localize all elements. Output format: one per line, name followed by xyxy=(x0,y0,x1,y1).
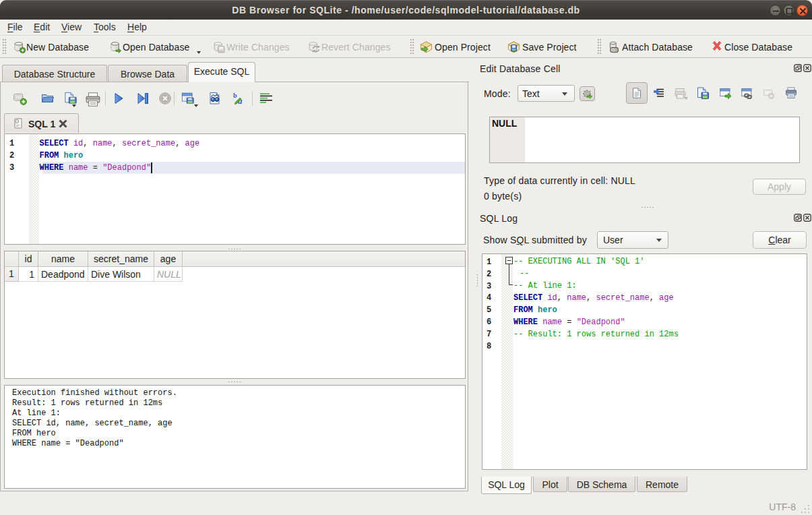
svg-text:b: b xyxy=(233,92,237,99)
